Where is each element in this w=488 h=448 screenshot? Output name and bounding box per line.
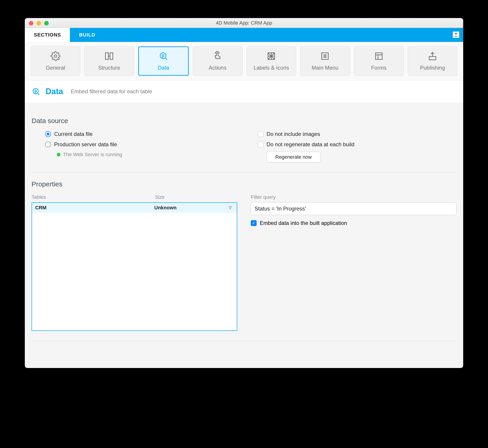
menu-icon — [320, 51, 330, 61]
upload-icon[interactable] — [453, 32, 459, 38]
page-subtitle: Embed filtered data for each table — [71, 88, 152, 95]
status-dot-icon — [57, 153, 60, 156]
check-no-images[interactable]: Do not include images — [258, 131, 456, 137]
svg-rect-2 — [110, 53, 113, 59]
upload-box-icon — [428, 51, 438, 61]
structure-icon — [104, 51, 114, 61]
section-structure[interactable]: Structure — [84, 46, 134, 76]
minimize-icon[interactable] — [37, 21, 41, 25]
check-no-regenerate[interactable]: Do not regenerate data at each build — [258, 141, 456, 148]
checkbox-icon — [258, 131, 263, 137]
svg-rect-1 — [106, 53, 108, 59]
section-toolbar: General Structure Data Actions Labels & … — [25, 42, 463, 80]
server-status: The Web Server is running — [57, 152, 244, 158]
section-actions[interactable]: Actions — [193, 46, 242, 76]
filter-panel: Filter query ✓ Embed data into the built… — [251, 194, 456, 331]
titlebar: 4D Mobile App: CRM App — [25, 18, 463, 28]
section-forms-label: Forms — [371, 65, 387, 71]
section-mainmenu-label: Main Menu — [312, 65, 339, 71]
check-embed-data[interactable]: ✓ Embed data into the built application — [251, 220, 456, 226]
section-labels-label: Labels & Icons — [253, 65, 289, 71]
page-title: Data — [46, 87, 63, 96]
checkbox-icon: ✓ — [251, 220, 257, 226]
check-embed-label: Embed data into the built application — [260, 220, 347, 226]
radio-production-label: Production server data file — [54, 141, 117, 148]
col-tables: Tables — [32, 194, 155, 200]
regenerate-button[interactable]: Regenerate now — [267, 152, 320, 162]
filter-icon — [227, 206, 234, 210]
svg-rect-7 — [429, 56, 436, 60]
properties-heading: Properties — [32, 180, 456, 188]
gear-icon — [50, 51, 60, 61]
filter-query-input[interactable] — [251, 202, 456, 215]
divider — [32, 172, 456, 173]
svg-rect-6 — [375, 53, 382, 59]
section-general[interactable]: General — [31, 46, 80, 76]
section-labels[interactable]: Labels & Icons — [246, 46, 296, 76]
table-name: CRM — [35, 205, 154, 211]
tab-bar: SECTIONS BUILD — [25, 28, 463, 42]
section-data-label: Data — [158, 65, 169, 71]
table-row[interactable]: CRM Unknown — [32, 203, 237, 213]
section-actions-label: Actions — [209, 65, 227, 71]
data-search-icon — [32, 87, 41, 96]
tab-sections[interactable]: SECTIONS — [25, 28, 70, 42]
tables-panel: Tables Size CRM Unknown — [32, 194, 237, 331]
section-forms[interactable]: Forms — [354, 46, 404, 76]
radio-icon — [45, 131, 51, 137]
section-data[interactable]: Data — [138, 46, 189, 76]
section-publishing[interactable]: Publishing — [408, 46, 457, 76]
server-status-text: The Web Server is running — [63, 152, 122, 158]
page-body: Data source Current data file Production… — [25, 103, 463, 368]
window-title: 4D Mobile App: CRM App — [216, 20, 272, 26]
app-window: 4D Mobile App: CRM App SECTIONS BUILD Ge… — [25, 18, 463, 368]
filter-query-label: Filter query — [251, 194, 456, 200]
svg-point-0 — [54, 55, 57, 57]
datasource-heading: Data source — [32, 117, 456, 125]
labels-icon — [266, 51, 276, 61]
check-no-regenerate-label: Do not regenerate data at each build — [267, 141, 355, 148]
section-mainmenu[interactable]: Main Menu — [300, 46, 350, 76]
data-search-icon — [159, 51, 169, 61]
radio-icon — [45, 142, 51, 147]
section-structure-label: Structure — [98, 65, 120, 71]
tab-build[interactable]: BUILD — [70, 28, 104, 42]
tables-list[interactable]: CRM Unknown — [32, 202, 237, 331]
table-size: Unknown — [154, 205, 227, 211]
page-header: Data Embed filtered data for each table — [25, 80, 463, 103]
radio-current-data-file[interactable]: Current data file — [45, 131, 244, 137]
forms-icon — [374, 51, 384, 61]
close-icon[interactable] — [29, 21, 33, 25]
col-size: Size — [155, 194, 237, 200]
svg-point-3 — [160, 53, 166, 59]
section-publishing-label: Publishing — [420, 65, 445, 71]
checkbox-icon — [258, 142, 263, 147]
radio-production-server[interactable]: Production server data file — [45, 141, 244, 148]
tap-icon — [213, 51, 223, 61]
window-controls — [29, 21, 49, 25]
section-general-label: General — [46, 65, 65, 71]
zoom-icon[interactable] — [44, 21, 49, 25]
check-no-images-label: Do not include images — [267, 131, 320, 137]
radio-current-label: Current data file — [54, 131, 93, 137]
